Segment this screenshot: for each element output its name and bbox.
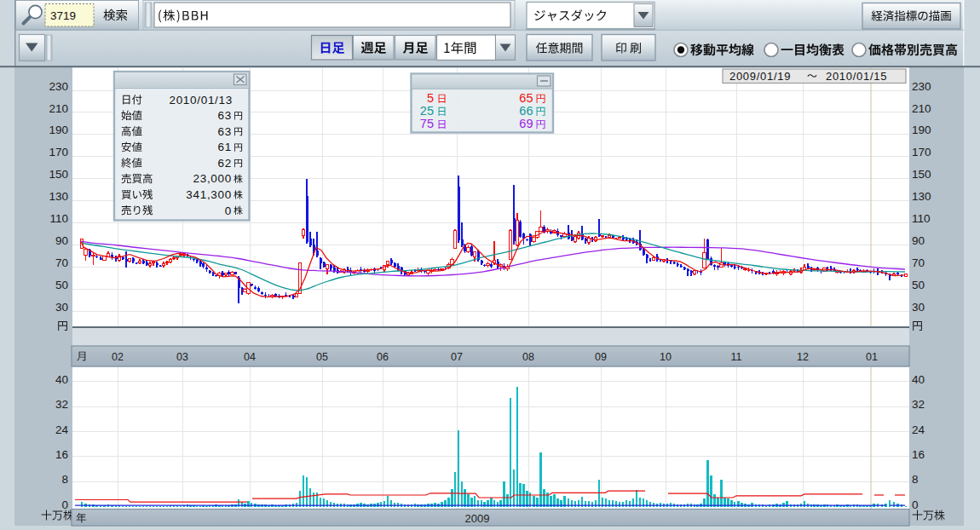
svg-text:24: 24	[912, 423, 925, 436]
svg-text:0: 0	[225, 205, 232, 217]
svg-text:06: 06	[377, 351, 389, 363]
svg-text:8: 8	[61, 473, 68, 486]
svg-text:25: 25	[420, 104, 434, 118]
svg-text:69: 69	[519, 117, 533, 130]
svg-text:62: 62	[218, 157, 232, 170]
svg-text:30: 30	[912, 301, 925, 314]
svg-text:130: 130	[49, 190, 68, 203]
svg-text:40: 40	[912, 373, 925, 386]
svg-text:63: 63	[218, 125, 232, 138]
svg-text:2010/01/15: 2010/01/15	[826, 70, 887, 83]
svg-text:11: 11	[731, 351, 742, 363]
svg-text:170: 170	[49, 146, 68, 158]
svg-text:61: 61	[218, 141, 232, 153]
svg-text:190: 190	[49, 124, 68, 136]
svg-text:2010/01/13: 2010/01/13	[169, 94, 233, 107]
svg-text:90: 90	[55, 234, 68, 247]
svg-text:02: 02	[112, 351, 124, 363]
svg-text:2009/01/19: 2009/01/19	[729, 70, 791, 83]
svg-text:23,000: 23,000	[193, 172, 233, 185]
svg-text:50: 50	[912, 279, 925, 291]
svg-text:0: 0	[61, 498, 68, 511]
svg-text:130: 130	[912, 190, 931, 203]
svg-text:16: 16	[55, 448, 68, 461]
svg-text:12: 12	[797, 351, 809, 363]
svg-text:09: 09	[595, 351, 607, 363]
svg-text:05: 05	[316, 351, 328, 363]
svg-text:66: 66	[519, 104, 533, 118]
svg-text:190: 190	[912, 124, 931, 136]
svg-text:08: 08	[522, 351, 534, 363]
svg-text:24: 24	[55, 423, 69, 436]
svg-text:210: 210	[49, 102, 68, 115]
svg-text:90: 90	[912, 234, 925, 247]
svg-text:150: 150	[49, 168, 68, 181]
svg-text:04: 04	[244, 351, 256, 363]
svg-text:01: 01	[866, 351, 878, 363]
svg-text:70: 70	[55, 256, 68, 269]
svg-text:03: 03	[176, 351, 188, 363]
svg-text:07: 07	[451, 351, 463, 363]
svg-text:8: 8	[912, 473, 919, 486]
svg-text:0: 0	[912, 498, 919, 511]
svg-text:2009: 2009	[465, 512, 490, 525]
svg-text:110: 110	[49, 212, 68, 225]
svg-text:10: 10	[660, 351, 672, 363]
svg-text:170: 170	[912, 146, 931, 158]
svg-text:341,300: 341,300	[186, 188, 232, 201]
svg-text:30: 30	[55, 301, 68, 314]
svg-text:32: 32	[912, 398, 925, 411]
svg-text:16: 16	[912, 448, 925, 461]
svg-text:50: 50	[55, 279, 68, 291]
svg-text:150: 150	[912, 168, 931, 181]
svg-text:210: 210	[912, 102, 931, 115]
svg-text:40: 40	[55, 373, 68, 386]
svg-text:32: 32	[55, 398, 68, 411]
svg-text:230: 230	[912, 80, 931, 93]
svg-text:75: 75	[420, 117, 434, 130]
svg-text:70: 70	[912, 256, 925, 269]
svg-text:3719: 3719	[50, 9, 76, 22]
svg-text:230: 230	[49, 80, 68, 93]
svg-text:63: 63	[218, 109, 232, 122]
svg-text:110: 110	[912, 212, 931, 225]
svg-text:65: 65	[519, 91, 533, 105]
svg-text:5: 5	[427, 91, 434, 105]
